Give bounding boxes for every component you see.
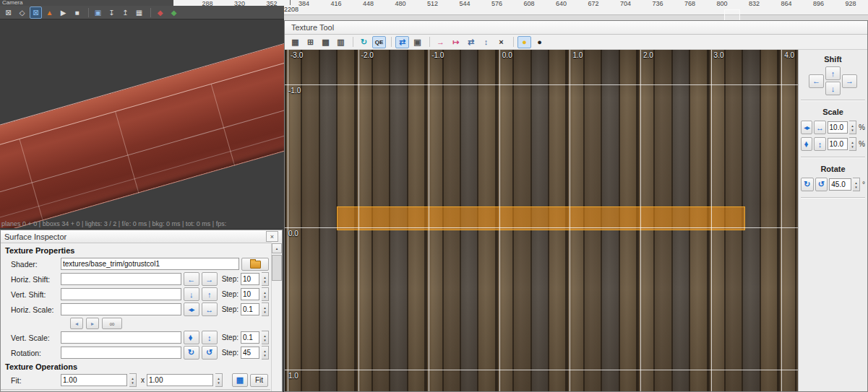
- qe-mode-toggle[interactable]: QE: [372, 36, 386, 48]
- spinner[interactable]: ▴▾: [129, 373, 137, 387]
- shift-right-button[interactable]: →: [842, 74, 857, 88]
- texture-properties-heading: Texture Properties: [1, 244, 270, 256]
- compile-map-icon[interactable]: ◆: [154, 6, 166, 19]
- divider: [801, 157, 865, 158]
- shift-left-button[interactable]: ←: [809, 74, 824, 88]
- surface-inspector-titlebar[interactable]: Surface Inspector ×: [1, 230, 282, 243]
- rotate-cw-button[interactable]: ↻: [184, 346, 199, 360]
- spinner[interactable]: ▴▾: [262, 346, 269, 360]
- fit-height-input[interactable]: [147, 374, 213, 386]
- shift-up-button[interactable]: ↑: [825, 66, 841, 80]
- spinner[interactable]: ▴▾: [849, 137, 856, 151]
- shift-down-button[interactable]: ↓: [184, 287, 199, 301]
- spinner[interactable]: ▴▾: [262, 287, 269, 301]
- horiz-shift-input[interactable]: [61, 273, 181, 285]
- play-icon[interactable]: ▶: [57, 6, 69, 19]
- scale-vertical-input[interactable]: [828, 138, 848, 150]
- vert-shift-input[interactable]: [61, 288, 181, 300]
- shader-label: Shader:: [11, 260, 59, 269]
- scale-link-right-button[interactable]: ▸: [86, 318, 99, 329]
- browse-shader-button[interactable]: [241, 258, 269, 271]
- ruler-tick-label: 672: [588, 0, 598, 7]
- scroll-up-icon[interactable]: ▴: [272, 243, 282, 253]
- remove-icon[interactable]: ×: [494, 36, 508, 48]
- shift-down-button[interactable]: ↓: [825, 82, 841, 95]
- horiz-scale-step-input[interactable]: [241, 303, 259, 315]
- select-inside-icon[interactable]: ⊠: [30, 6, 42, 19]
- grid-toggle-icon[interactable]: ▥: [334, 36, 348, 48]
- close-icon[interactable]: ×: [266, 231, 278, 242]
- mirror-horizontal-icon[interactable]: ◀▶: [184, 302, 199, 316]
- import-selected-icon[interactable]: ↥: [119, 6, 132, 19]
- shift-right-button[interactable]: →: [202, 272, 218, 286]
- spinner[interactable]: ▴▾: [849, 121, 856, 134]
- clipper-icon[interactable]: ▣: [92, 6, 104, 19]
- shift-texture-icon[interactable]: ↦: [449, 36, 463, 48]
- horiz-shift-step-input[interactable]: [241, 273, 259, 285]
- grid-view-icon[interactable]: ▦: [133, 6, 145, 19]
- rotate-angle-input[interactable]: [829, 178, 851, 191]
- vert-shift-step-input[interactable]: [241, 288, 259, 300]
- ruler-tick-label: 800: [716, 0, 727, 7]
- fit-button[interactable]: Fit: [250, 374, 268, 387]
- light-on-icon[interactable]: ●: [517, 36, 531, 48]
- flame-icon[interactable]: ▲: [43, 6, 56, 19]
- scrollbar[interactable]: ▴: [271, 243, 282, 391]
- swap-axes-icon[interactable]: ⇄: [464, 36, 478, 48]
- ruler-tick-label: 640: [556, 0, 567, 7]
- texture-tool-titlebar[interactable]: Texture Tool: [285, 21, 867, 35]
- scale-vertical-button[interactable]: ↕: [202, 331, 218, 344]
- export-selected-icon[interactable]: ↧: [106, 6, 118, 19]
- normalize-icon[interactable]: ↕: [479, 36, 493, 48]
- surface-inspector-title: Surface Inspector: [4, 232, 66, 241]
- light-off-icon[interactable]: ●: [533, 36, 546, 48]
- spinner[interactable]: ▴▾: [215, 373, 223, 387]
- grid-x-label: 3.0: [714, 51, 724, 59]
- rotation-input[interactable]: [61, 347, 181, 359]
- grid-large-icon[interactable]: ⊞: [304, 36, 317, 48]
- ruler-tick-label: 384: [298, 0, 309, 7]
- flip-texture-icon[interactable]: ⇄: [395, 36, 409, 48]
- rotation-step-input[interactable]: [241, 347, 259, 359]
- vert-scale-step-input[interactable]: [241, 331, 259, 344]
- scale-link-left-button[interactable]: ◂: [70, 318, 83, 329]
- scale-horizontal-input[interactable]: [828, 121, 848, 134]
- texture-canvas[interactable]: -3.0-2.0-1.00.01.02.03.04.0-1.00.01.0: [285, 50, 798, 391]
- rotate-ccw-button[interactable]: ↺: [202, 346, 218, 360]
- lasso-select-icon[interactable]: ◇: [16, 6, 28, 19]
- refresh-icon[interactable]: ↻: [357, 36, 371, 48]
- grid-snap-icon[interactable]: ▩: [319, 36, 332, 48]
- vert-scale-input[interactable]: [61, 331, 181, 344]
- spinner[interactable]: ▴▾: [262, 331, 269, 344]
- copy-texture-icon[interactable]: ▣: [411, 36, 424, 48]
- fit-width-input[interactable]: [61, 374, 127, 386]
- scale-horizontal-button[interactable]: ↔: [202, 302, 218, 316]
- spinner[interactable]: ▴▾: [853, 178, 860, 191]
- run-game-icon[interactable]: ◆: [168, 6, 180, 19]
- grid-y-label: 0.0: [288, 230, 298, 238]
- spinner[interactable]: ▴▾: [262, 302, 269, 316]
- snap-to-grid-icon[interactable]: →: [434, 36, 447, 48]
- shift-up-button[interactable]: ↑: [202, 287, 218, 301]
- grid-small-icon[interactable]: ▦: [288, 36, 302, 48]
- link-scales-button[interactable]: ∞: [102, 318, 122, 329]
- scale-unit-label: %: [859, 140, 865, 148]
- ruler-tick-label: 512: [427, 0, 438, 7]
- shader-input[interactable]: [61, 258, 239, 270]
- scale-horizontal-button[interactable]: ↔: [814, 121, 825, 134]
- horiz-scale-input[interactable]: [61, 303, 181, 315]
- select-touching-icon[interactable]: ⊠: [2, 6, 14, 19]
- fit-texture-icon[interactable]: ▦: [232, 373, 248, 387]
- scrollbar-thumb[interactable]: [272, 255, 282, 281]
- mirror-vertical-icon[interactable]: ◀▶: [801, 137, 812, 151]
- spinner[interactable]: ▴▾: [262, 272, 269, 286]
- rotate-ccw-button[interactable]: ↺: [815, 178, 828, 191]
- stop-icon[interactable]: ■: [71, 6, 83, 19]
- selected-brush-3d[interactable]: [0, 36, 284, 228]
- rotate-cw-button[interactable]: ↻: [801, 178, 814, 191]
- mirror-horizontal-icon[interactable]: ◀▶: [801, 121, 812, 134]
- mirror-vertical-icon[interactable]: ◀▶: [184, 331, 199, 344]
- camera-viewport[interactable]: planes 0 + 0 | bboxs 34 + 0 | lights: 3 …: [0, 19, 284, 228]
- shift-left-button[interactable]: ←: [184, 272, 199, 286]
- scale-vertical-button[interactable]: ↕: [814, 137, 825, 151]
